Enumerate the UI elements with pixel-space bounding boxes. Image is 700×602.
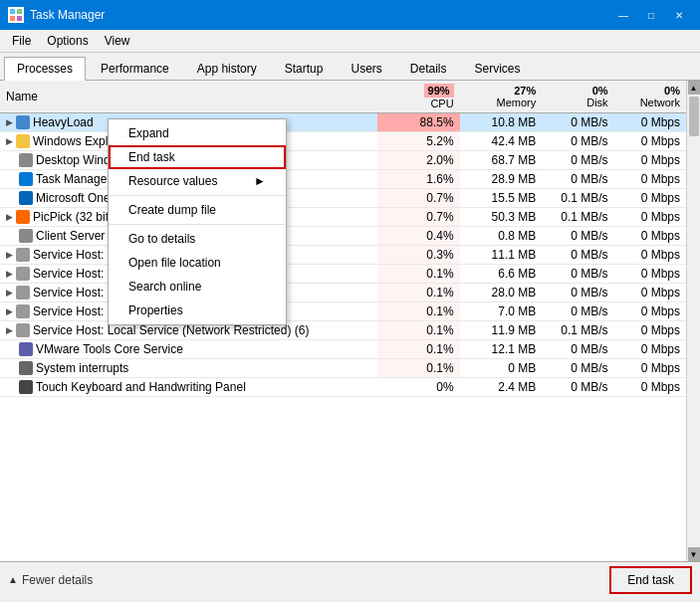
expand-arrow: ▶ [6, 288, 13, 298]
maximize-button[interactable]: □ [638, 5, 664, 25]
fewer-details-button[interactable]: ▲ Fewer details [8, 573, 93, 587]
process-network: 0 Mbps [614, 151, 686, 170]
chevron-up-icon: ▲ [8, 574, 18, 585]
menu-file[interactable]: File [4, 32, 39, 50]
ctx-search-online[interactable]: Search online [109, 275, 286, 299]
process-cpu: 0.1% [377, 321, 460, 340]
minimize-button[interactable]: — [610, 5, 636, 25]
process-network: 0 Mbps [614, 189, 686, 208]
menu-options[interactable]: Options [39, 32, 96, 50]
expand-arrow: ▶ [6, 269, 13, 279]
table-row[interactable]: ▶ HeavyLoad 88.5% 10.8 MB 0 MB/s 0 Mbps [0, 113, 686, 132]
process-icon [19, 380, 33, 394]
table-row[interactable]: ▶ Service Host: Local Service (Network R… [0, 321, 686, 340]
table-row[interactable]: ▶ Service Host: Local Service (No Networ… [0, 246, 686, 265]
tab-app-history[interactable]: App history [184, 57, 270, 80]
process-name-cell: Touch Keyboard and Handwriting Panel [0, 378, 377, 397]
table-row[interactable]: Client Server Ru... 0.4% 0.8 MB 0 MB/s 0… [0, 227, 686, 246]
process-cpu: 0.1% [377, 284, 460, 302]
ctx-go-to-details[interactable]: Go to details [109, 227, 286, 251]
end-task-button[interactable]: End task [609, 566, 692, 594]
col-memory[interactable]: 27% Memory [460, 81, 543, 113]
ctx-resource-values[interactable]: Resource values ► [109, 169, 286, 193]
process-cpu: 88.5% [377, 113, 460, 132]
process-network: 0 Mbps [614, 321, 686, 340]
no-arrow [6, 153, 16, 167]
process-icon [16, 323, 30, 337]
process-network: 0 Mbps [614, 265, 686, 284]
table-row[interactable]: System interrupts 0.1% 0 MB 0 MB/s 0 Mbp… [0, 359, 686, 378]
process-name: Service Host: Local Service (Network Res… [33, 323, 309, 337]
process-name-cell: System interrupts [0, 359, 377, 378]
process-network: 0 Mbps [614, 227, 686, 246]
ctx-expand[interactable]: Expand [109, 121, 286, 145]
process-disk: 0 MB/s [542, 227, 613, 246]
table-row[interactable]: ▶ Service Host: Local System (18) 0.1% 2… [0, 284, 686, 302]
process-icon [16, 304, 30, 318]
process-disk: 0 MB/s [542, 302, 613, 321]
process-icon [19, 153, 33, 167]
tab-performance[interactable]: Performance [88, 57, 182, 80]
process-network: 0 Mbps [614, 340, 686, 359]
process-disk: 0 MB/s [542, 170, 613, 189]
scroll-thumb[interactable] [689, 97, 699, 136]
title-bar: Task Manager — □ ✕ [0, 0, 700, 30]
no-arrow [6, 229, 16, 243]
tab-services[interactable]: Services [462, 57, 534, 80]
process-network: 0 Mbps [614, 284, 686, 302]
tab-processes[interactable]: Processes [4, 57, 86, 81]
process-network: 0 Mbps [614, 208, 686, 227]
menu-view[interactable]: View [97, 32, 138, 50]
table-row[interactable]: Desktop Window... 2.0% 68.7 MB 0 MB/s 0 … [0, 151, 686, 170]
scrollbar[interactable]: ▲ ▼ [686, 81, 700, 561]
table-row[interactable]: Microsoft OneD... 0.7% 15.5 MB 0.1 MB/s … [0, 189, 686, 208]
process-memory: 50.3 MB [460, 208, 543, 227]
process-icon [16, 210, 30, 224]
process-memory: 28.0 MB [460, 284, 543, 302]
menu-bar: File Options View [0, 30, 700, 53]
process-network: 0 Mbps [614, 132, 686, 151]
table-row[interactable]: ▶ Windows Explorer 5.2% 42.4 MB 0 MB/s 0… [0, 132, 686, 151]
process-disk: 0 MB/s [542, 340, 613, 359]
process-memory: 11.1 MB [460, 246, 543, 265]
close-button[interactable]: ✕ [666, 5, 692, 25]
process-icon [19, 229, 33, 243]
process-icon [16, 248, 30, 262]
process-name-cell: VMware Tools Core Service [0, 340, 377, 359]
col-cpu[interactable]: 99% CPU [377, 81, 460, 113]
table-row[interactable]: ▶ Service Host: Remote Procedure Call (2… [0, 265, 686, 284]
tab-details[interactable]: Details [397, 57, 460, 80]
ctx-open-file-location[interactable]: Open file location [109, 251, 286, 275]
process-disk: 0 MB/s [542, 378, 613, 397]
ctx-create-dump[interactable]: Create dump file [109, 198, 286, 222]
table-row[interactable]: ▶ PicPick (32 bit) 0.7% 50.3 MB 0.1 MB/s… [0, 208, 686, 227]
tab-startup[interactable]: Startup [272, 57, 337, 80]
col-name[interactable]: Name [0, 81, 377, 113]
scroll-up[interactable]: ▲ [688, 81, 700, 95]
process-disk: 0 MB/s [542, 265, 613, 284]
table-row[interactable]: ▶ Service Host: Network Service (5) 0.1%… [0, 302, 686, 321]
table-row[interactable]: VMware Tools Core Service 0.1% 12.1 MB 0… [0, 340, 686, 359]
process-icon [19, 342, 33, 356]
process-disk: 0 MB/s [542, 359, 613, 378]
process-network: 0 Mbps [614, 378, 686, 397]
no-arrow [6, 361, 16, 375]
ctx-properties[interactable]: Properties [109, 299, 286, 322]
process-memory: 2.4 MB [460, 378, 543, 397]
process-name: Touch Keyboard and Handwriting Panel [36, 380, 246, 394]
process-name: VMware Tools Core Service [36, 342, 183, 356]
col-disk[interactable]: 0% Disk [542, 81, 613, 113]
process-cpu: 0.7% [377, 208, 460, 227]
process-network: 0 Mbps [614, 359, 686, 378]
expand-arrow: ▶ [6, 250, 13, 260]
col-network[interactable]: 0% Network [614, 81, 686, 113]
process-icon [16, 267, 30, 281]
ctx-end-task[interactable]: End task [109, 145, 286, 169]
status-bar: ▲ Fewer details End task [0, 561, 700, 597]
expand-arrow: ▶ [6, 306, 13, 316]
table-row[interactable]: Touch Keyboard and Handwriting Panel 0% … [0, 378, 686, 397]
process-table-container[interactable]: Name 99% CPU 27% Memory [0, 81, 686, 561]
tab-users[interactable]: Users [338, 57, 394, 80]
table-row[interactable]: Task Manager 1.6% 28.9 MB 0 MB/s 0 Mbps [0, 170, 686, 189]
scroll-down[interactable]: ▼ [688, 547, 700, 561]
